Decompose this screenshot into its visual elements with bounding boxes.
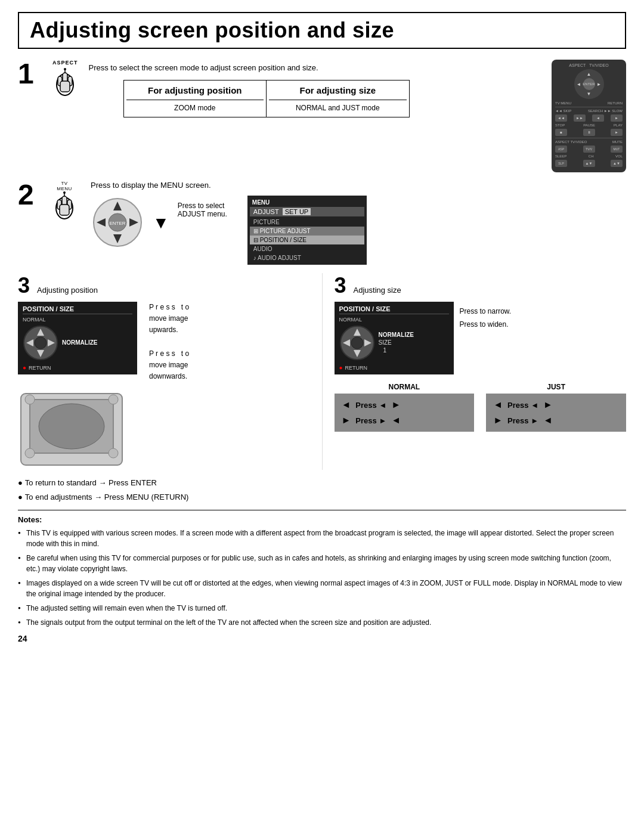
remote-sleep-btn[interactable]: SLP xyxy=(555,160,567,167)
press-up-label: P r e s s t omove imageupwards. xyxy=(149,302,189,336)
just-press-box: ◄ Press ◄ ► ► Press ► ◄ xyxy=(486,394,626,432)
size-value-right: 1 xyxy=(379,347,414,354)
svg-point-31 xyxy=(109,395,118,404)
step2-row: 2 TVMENU Press to display the MENU scree… xyxy=(18,181,626,265)
press-row-left-just: ◄ Press ◄ ► xyxy=(493,400,619,410)
remote-play-btn[interactable]: ► xyxy=(611,129,623,136)
normal-press-box: ◄ Press ◄ ► ► Press ► ◄ xyxy=(335,394,475,432)
return-label-left: ● RETURN xyxy=(23,364,132,371)
step2-left: TVMENU xyxy=(52,181,76,221)
arrow-left-icon-3: ◄ xyxy=(493,400,503,410)
remote-rew-btn[interactable]: ◄◄ xyxy=(555,114,567,122)
svg-point-13 xyxy=(63,191,66,194)
nav-circle-2: ENTER xyxy=(91,196,144,249)
step1-number: 1 xyxy=(18,60,47,88)
step3-right-content: POSITION / SIZE NORMAL NORMALIZE SIZE xyxy=(335,302,627,374)
remote-aspect-btn[interactable]: ASP xyxy=(555,145,567,153)
size-labels-right: NORMALIZE SIZE 1 xyxy=(379,332,414,355)
step2-instruction: Press to display the MENU screen. xyxy=(91,181,626,190)
step3-left-content: POSITION / SIZE NORMAL NORMALIZE ● xyxy=(18,302,310,382)
menu-item-position-size: ⊟ POSITION / SIZE xyxy=(250,236,364,244)
remote-prev-btn[interactable]: ◄ xyxy=(592,114,604,122)
menu-item-audio-adjust: ♪ AUDIO ADJUST xyxy=(250,253,364,262)
press-widen-label: Press to widen. xyxy=(460,318,512,332)
menu-tab-adjust: ADJUST xyxy=(253,208,279,215)
step1-row: 1 ASPECT Press to select the screen mode… xyxy=(18,60,626,172)
svg-point-30 xyxy=(25,395,35,404)
menu-section-audio: AUDIO xyxy=(250,244,364,253)
normal-just-row: NORMAL ◄ Press ◄ ► ► Press ► ◄ JUST xyxy=(335,383,627,432)
step3-right-number: 3 xyxy=(335,273,346,298)
hand-icon xyxy=(53,68,77,98)
menu-title-bar: ADJUST SET UP xyxy=(250,207,364,216)
remote-ff-btn[interactable]: ►► xyxy=(574,114,586,122)
step3-right-label: Adjusting size xyxy=(354,286,401,295)
for-size-title: For adjusting size xyxy=(269,84,407,101)
menu-tab-setup: SET UP xyxy=(283,208,311,215)
tv-shape-container xyxy=(18,391,310,470)
return-label-right: ● RETURN xyxy=(339,364,449,371)
page-title: Adjusting screen position and size xyxy=(30,18,614,43)
pos-size-title-left: POSITION / SIZE xyxy=(23,305,132,314)
arrow-left-icon-4: ◄ xyxy=(543,415,553,426)
remote-mute-btn[interactable]: MUT xyxy=(611,145,623,153)
remote-pause-btn[interactable]: ⏸ xyxy=(583,129,595,136)
svg-point-29 xyxy=(39,404,104,449)
press-labels-left: P r e s s t omove imageupwards. P r e s … xyxy=(149,302,189,382)
menu-item-picture-adjust: ⊞ PICTURE ADJUST xyxy=(250,227,364,236)
remote-row8: SLEEP CH VOL xyxy=(555,154,623,158)
svg-point-39 xyxy=(351,337,363,349)
arrow-right-icon-1: ► xyxy=(391,400,401,410)
tv-menu-label: TVMENU xyxy=(57,181,72,191)
bullet-icon-2: ● xyxy=(18,490,23,504)
nav-circle-pos xyxy=(23,325,58,361)
press-row-left-normal: ◄ Press ◄ ► xyxy=(342,400,467,410)
remote-stop-btn[interactable]: ■ xyxy=(555,129,567,136)
remote-next-btn[interactable]: ► xyxy=(611,114,623,122)
step3-left-header: 3 Adjusting position xyxy=(18,273,310,298)
mode-boxes: For adjusting position ZOOM mode For adj… xyxy=(123,80,410,118)
normalize-label-right: NORMALIZE xyxy=(379,332,414,338)
step3-left-number: 3 xyxy=(18,273,30,298)
return-note-1-text: To return to standard → Press ENTER xyxy=(25,476,157,490)
remote-row3: ◄◄ ►► ◄ ► xyxy=(555,114,623,122)
normal-label-right: NORMAL xyxy=(339,317,449,323)
step1-content: ASPECT Press to select the screen mode t… xyxy=(52,60,626,172)
arrow-right-icon-2: ► xyxy=(342,415,351,426)
remote-vol-btn[interactable]: ▲▼ xyxy=(611,160,623,167)
remote-ch-btn[interactable]: ▲▼ xyxy=(583,160,595,167)
normal-mode-title: NORMAL xyxy=(335,383,475,391)
note-item-2: Be careful when using this TV for commer… xyxy=(18,553,626,574)
narrow-widen-labels: Press to narrow. Press to widen. xyxy=(460,305,512,331)
arrow-left-icon-1: ◄ xyxy=(342,400,351,410)
return-note-1: ● To return to standard → Press ENTER xyxy=(18,476,626,490)
remote-row6: ASPECT TV/VIDEO MUTE xyxy=(555,140,623,144)
note-item-1: This TV is equipped with various screen … xyxy=(18,528,626,549)
bullet-icon-1: ● xyxy=(18,476,23,490)
just-mode-title: JUST xyxy=(486,383,626,391)
pos-size-box-right: POSITION / SIZE NORMAL NORMALIZE SIZE xyxy=(335,302,454,374)
note-item-5: The signals output from the output termi… xyxy=(18,617,626,628)
note-item-4: The adjusted setting will remain even wh… xyxy=(18,603,626,614)
normal-label-left: NORMAL xyxy=(23,317,132,323)
remote-nav-circle: ▲ ▼ ◄ ► ENTER xyxy=(574,69,604,99)
notes-section: Notes: This TV is equipped with various … xyxy=(18,510,626,628)
step2-nav-area: ENTER xyxy=(91,196,144,249)
remote-row7: ASP TV/V MUT xyxy=(555,145,623,153)
for-position-sub: ZOOM mode xyxy=(126,103,264,113)
remote-row4: STOP PAUSE PLAY xyxy=(555,123,623,127)
press-down-label: P r e s s t omove imagedownwards. xyxy=(149,348,189,383)
step1-left: ASPECT xyxy=(52,60,78,98)
svg-rect-11 xyxy=(60,205,69,215)
menu-item-picture: PICTURE xyxy=(250,218,364,227)
step3-right-col: 3 Adjusting size POSITION / SIZE NORMAL xyxy=(322,273,627,470)
remote-tv-btn[interactable]: TV/V xyxy=(583,145,595,153)
notes-list: This TV is equipped with various screen … xyxy=(18,528,626,628)
step3-left-col: 3 Adjusting position POSITION / SIZE NOR… xyxy=(18,273,322,470)
svg-point-26 xyxy=(35,337,47,349)
step3-left-label: Adjusting position xyxy=(37,286,98,295)
down-arrow-icon: ▼ xyxy=(153,213,169,233)
step1-instruction: Press to select the screen mode to adjus… xyxy=(89,60,552,123)
arrow-right-icon-4: ► xyxy=(493,415,503,426)
press-label-left-just: Press ◄ xyxy=(507,401,538,410)
